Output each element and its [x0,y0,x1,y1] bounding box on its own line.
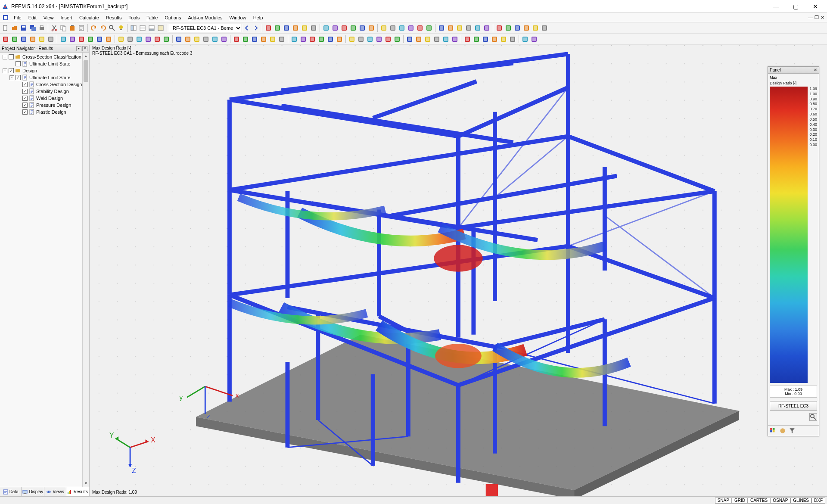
mdi-minimize-icon[interactable]: — [808,15,813,20]
tb-bulb-icon[interactable] [117,24,125,32]
toolbar-button-224[interactable] [232,35,241,44]
tb-find-icon[interactable] [108,24,116,32]
toolbar-button-253[interactable] [508,35,517,44]
toolbar-button-222[interactable] [211,35,219,44]
scroll-down-icon[interactable]: ▼ [83,480,89,487]
toolbar-button-255[interactable] [530,35,538,44]
tree-checkbox[interactable] [22,89,28,94]
toolbar-button-213[interactable] [126,35,134,44]
panel-close-icon[interactable]: ✕ [814,68,817,72]
toolbar-button-251[interactable] [490,35,499,44]
toolbar-button-223[interactable] [220,35,228,44]
navigator-tab-display[interactable]: Display [22,487,44,496]
toolbar-button-106[interactable] [322,24,330,32]
mdi-control-icon[interactable] [3,15,9,21]
menu-edit[interactable]: Edit [25,14,40,21]
toolbar-button-239[interactable] [375,35,383,44]
navigator-close-icon[interactable]: ✕ [82,46,87,51]
toolbar-button-244[interactable] [423,35,432,44]
panel-module-button[interactable]: RF-STEEL EC3 [770,401,817,411]
tb-open-icon[interactable] [10,24,19,32]
mdi-restore-icon[interactable]: ❐ [815,15,819,20]
tb-copy-icon[interactable] [59,24,68,32]
menu-options[interactable]: Options [161,14,184,21]
scroll-up-icon[interactable]: ▲ [83,53,89,59]
tree-checkbox[interactable] [22,96,28,101]
tb-nav3-icon[interactable] [147,24,156,32]
toolbar-button-124[interactable] [495,24,504,32]
tree-checkbox[interactable] [16,61,21,66]
tree-toggle-icon[interactable]: - [3,55,7,59]
toolbar-button-231[interactable] [299,35,308,44]
toolbar-button-241[interactable] [393,35,401,44]
panel-titlebar[interactable]: Panel ✕ [768,67,819,74]
toolbar-button-230[interactable] [290,35,298,44]
status-pill-osnap[interactable]: OSNAP [770,498,790,504]
scroll-thumb[interactable] [84,60,88,82]
status-pill-dxf[interactable]: DXF [811,498,825,504]
panel-tab-filter-icon[interactable] [789,427,796,434]
toolbar-button-254[interactable] [521,35,529,44]
tb-paste-icon[interactable] [68,24,77,32]
toolbar-button-107[interactable] [331,24,339,32]
toolbar-button-100[interactable] [264,24,273,32]
tree-item-ultimate-limit-state[interactable]: Ultimate Limit State [1,60,88,67]
navigator-tab-views[interactable]: Views [44,487,66,496]
toolbar-button-128[interactable] [531,24,540,32]
tb-report-icon[interactable] [77,24,86,32]
toolbar-button-116[interactable] [416,24,424,32]
toolbar-button-209[interactable] [86,35,95,44]
toolbar-button-214[interactable] [135,35,143,44]
toolbar-button-228[interactable] [268,35,277,44]
tb-prev-icon[interactable] [243,24,251,32]
toolbar-button-203[interactable] [28,35,37,44]
toolbar-button-125[interactable] [504,24,513,32]
toolbar-button-118[interactable] [437,24,446,32]
menu-add-on-modules[interactable]: Add-on Modules [184,14,226,21]
tree-checkbox[interactable] [22,103,28,108]
toolbar-button-235[interactable] [335,35,344,44]
tree-toggle-icon[interactable]: - [9,75,14,80]
toolbar-button-114[interactable] [398,24,406,32]
toolbar-button-120[interactable] [455,24,464,32]
navigator-tree[interactable]: -Cross-Section ClassificationUltimate Li… [0,53,89,487]
tb-cut-icon[interactable] [50,24,59,32]
menu-calculate[interactable]: Calculate [76,14,103,21]
status-pill-cartes[interactable]: CARTES [748,498,770,504]
navigator-pin-icon[interactable]: ▾ [76,46,81,51]
model-viewport[interactable]: Max Design Ratio [-] RF-STEEL EC3 CA1 - … [90,45,827,496]
toolbar-button-210[interactable] [95,35,104,44]
loadcase-combo[interactable]: RF-STEEL EC3 CA1 - Bemessung nach E [169,24,242,32]
toolbar-button-119[interactable] [446,24,455,32]
toolbar-button-109[interactable] [349,24,358,32]
toolbar-button-243[interactable] [414,35,423,44]
tb-print-icon[interactable] [37,24,46,32]
tree-checkbox[interactable] [9,54,14,59]
navigator-tab-results[interactable]: Results [66,487,89,496]
toolbar-button-115[interactable] [407,24,415,32]
window-minimize-button[interactable]: — [766,0,786,13]
tree-item-cross-section-classification[interactable]: -Cross-Section Classification [1,53,88,60]
toolbar-button-111[interactable] [367,24,376,32]
tree-toggle-icon[interactable]: - [3,68,7,73]
status-pill-snap[interactable]: SNAP [715,498,732,504]
toolbar-button-240[interactable] [384,35,392,44]
toolbar-button-207[interactable] [68,35,77,44]
toolbar-button-219[interactable] [183,35,192,44]
toolbar-button-102[interactable] [282,24,291,32]
toolbar-button-112[interactable] [379,24,388,32]
menu-file[interactable]: File [10,14,25,21]
toolbar-button-104[interactable] [300,24,309,32]
navigator-scrollbar[interactable]: ▲ ▼ [82,53,89,487]
toolbar-button-216[interactable] [153,35,162,44]
tb-undo-icon[interactable] [90,24,98,32]
toolbar-button-105[interactable] [309,24,318,32]
window-close-button[interactable]: ✕ [805,0,825,13]
tb-nav1-icon[interactable] [129,24,138,32]
menu-window[interactable]: Window [226,14,250,21]
toolbar-button-220[interactable] [193,35,201,44]
toolbar-button-127[interactable] [522,24,531,32]
tree-item-pressure-design[interactable]: Pressure Design [1,102,88,109]
toolbar-button-218[interactable] [174,35,183,44]
toolbar-button-221[interactable] [202,35,210,44]
